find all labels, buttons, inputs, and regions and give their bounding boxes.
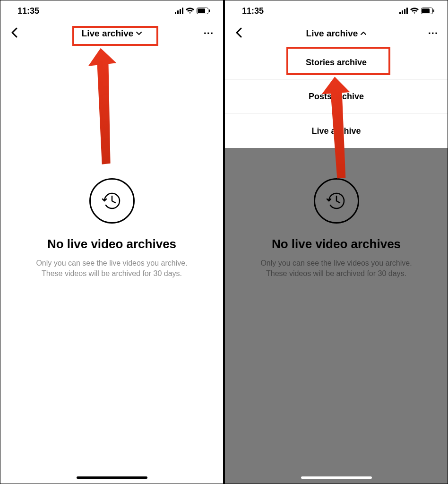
back-button[interactable] <box>7 23 21 44</box>
dropdown-item-stories-archive[interactable]: Stories archive <box>225 46 448 80</box>
status-bar: 11:35 <box>0 0 223 21</box>
header-title: Live archive <box>82 28 134 39</box>
svg-rect-2 <box>209 9 210 12</box>
battery-icon <box>421 8 434 14</box>
nav-header: Live archive ··· <box>0 21 223 46</box>
modal-overlay[interactable] <box>225 148 448 484</box>
dropdown-item-live-archive[interactable]: Live archive <box>225 114 448 148</box>
chevron-down-icon <box>136 31 142 36</box>
archive-type-dropdown-button[interactable]: Live archive <box>75 26 149 42</box>
status-icons <box>175 8 210 14</box>
header-title: Live archive <box>306 28 358 39</box>
content-area: No live video archives Only you can see … <box>0 46 223 484</box>
wifi-icon <box>186 8 194 14</box>
phone-screenshot-right: 11:35 Live archive ··· Stories archive P… <box>224 0 448 484</box>
home-indicator[interactable] <box>301 476 372 479</box>
signal-icon <box>399 8 408 14</box>
wifi-icon <box>410 8 419 14</box>
back-button[interactable] <box>232 23 246 44</box>
home-indicator[interactable] <box>77 476 147 479</box>
chevron-left-icon <box>11 27 17 38</box>
status-bar: 11:35 <box>225 0 448 21</box>
archive-type-dropdown-button[interactable]: Live archive <box>300 26 373 42</box>
archive-type-dropdown-menu: Stories archive Posts archive Live archi… <box>225 46 448 148</box>
empty-state-title: No live video archives <box>47 237 176 251</box>
empty-state-subtitle: Only you can see the live videos you arc… <box>36 258 187 279</box>
signal-icon <box>175 8 183 14</box>
more-options-button[interactable]: ··· <box>425 25 441 43</box>
empty-state: No live video archives Only you can see … <box>0 178 223 279</box>
history-icon <box>89 178 135 224</box>
status-time: 11:35 <box>242 6 264 16</box>
svg-rect-4 <box>422 9 430 13</box>
chevron-left-icon <box>235 27 242 38</box>
chevron-up-icon <box>361 31 366 36</box>
battery-icon <box>197 8 210 14</box>
status-icons <box>399 8 434 14</box>
status-time: 11:35 <box>17 6 39 16</box>
svg-rect-5 <box>433 9 434 12</box>
more-options-button[interactable]: ··· <box>201 25 216 43</box>
dropdown-item-posts-archive[interactable]: Posts archive <box>225 80 448 114</box>
svg-rect-1 <box>198 9 205 13</box>
nav-header: Live archive ··· <box>225 21 448 46</box>
phone-screenshot-left: 11:35 Live archive ··· No live video <box>0 0 224 484</box>
